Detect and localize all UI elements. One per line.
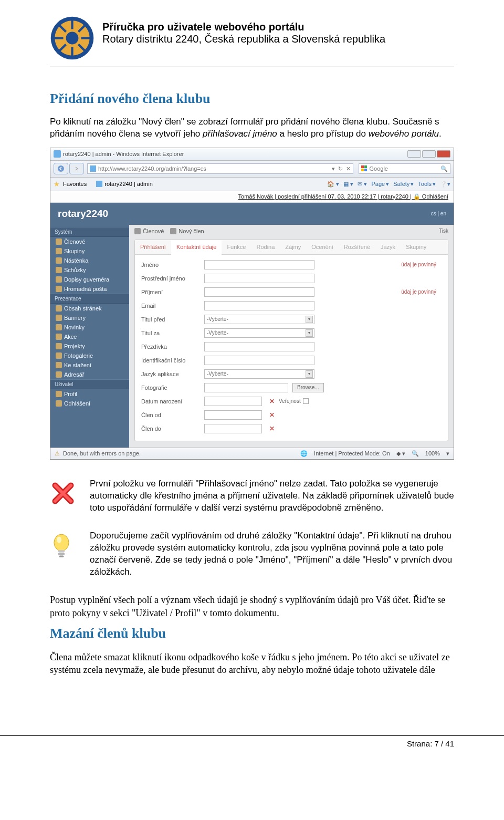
intro-paragraph: Po kliknutí na záložku "Nový člen" se zo… xyxy=(50,116,454,140)
feeds-icon[interactable]: ▦ ▾ xyxy=(343,181,353,188)
sidebar-item-posta[interactable]: Hromadná pošta xyxy=(50,284,129,294)
intro-text-b: přihlašovací jméno xyxy=(203,129,277,139)
clear-date-icon[interactable]: ✕ xyxy=(269,398,275,405)
svg-rect-14 xyxy=(364,165,367,168)
sidebar-item-obsah[interactable]: Obsah stránek xyxy=(50,304,129,313)
row-titul-za: Titul za-Vyberte-▾ xyxy=(135,326,448,340)
print-link[interactable]: Tisk xyxy=(439,228,448,234)
help-icon[interactable]: ❔▾ xyxy=(440,181,450,188)
forward-arrow-icon xyxy=(74,166,79,171)
back-button[interactable] xyxy=(54,163,68,174)
sidebar-item-dopisy[interactable]: Dopisy guvernéra xyxy=(50,275,129,284)
select-titul-pred[interactable]: -Vyberte-▾ xyxy=(204,315,314,324)
folder-icon xyxy=(56,238,62,245)
address-bar[interactable]: http://www.rotary2240.org/admin/?lang=cs… xyxy=(87,163,353,174)
url-text: http://www.rotary2240.org/admin/?lang=cs xyxy=(98,165,206,172)
input-clen-od[interactable] xyxy=(204,410,262,420)
tab-rodina[interactable]: Rodina xyxy=(251,240,280,254)
close-button[interactable] xyxy=(437,150,450,158)
input-ident[interactable] xyxy=(204,356,314,365)
section-heading-add-member: Přidání nového člena klubu xyxy=(50,91,454,107)
stop-icon[interactable]: ✕ xyxy=(346,165,351,172)
label-jmeno: Jméno xyxy=(141,262,204,268)
form-body: Jménoúdaj je povinný Prostřední jméno Př… xyxy=(135,255,448,441)
favorites-star-icon[interactable]: ★ xyxy=(54,180,60,188)
sidebar-item-odhlaseni[interactable]: Odhlášení xyxy=(50,399,129,408)
screenshot-container: rotary2240 | admin - Windows Internet Ex… xyxy=(50,148,454,460)
minimize-button[interactable] xyxy=(407,150,421,158)
chevron-down-icon: ▾ xyxy=(306,329,313,337)
browse-button[interactable]: Browse... xyxy=(292,383,324,392)
input-prijmeni[interactable] xyxy=(204,287,314,297)
input-datum[interactable] xyxy=(204,397,262,406)
clear-clen-do-icon[interactable]: ✕ xyxy=(269,425,275,432)
sidebar-item-bannery[interactable]: Bannery xyxy=(50,313,129,323)
input-fotografie[interactable] xyxy=(204,383,288,392)
tab-oceneni[interactable]: Ocenění xyxy=(306,240,339,254)
forward-button[interactable] xyxy=(69,163,84,174)
sidebar-item-schuzky[interactable]: Schůzky xyxy=(50,265,129,275)
sidebar-item-fotogalerie[interactable]: Fotogalerie xyxy=(50,351,129,360)
sidebar-item-nastenka[interactable]: Nástěnka xyxy=(50,256,129,265)
verejnost-checkbox[interactable] xyxy=(303,398,309,404)
tab-zajmy[interactable]: Zájmy xyxy=(280,240,306,254)
tools-menu[interactable]: Tools ▾ xyxy=(418,181,436,188)
folder-icon xyxy=(56,305,62,312)
tab-skupiny[interactable]: Skupiny xyxy=(401,240,432,254)
input-jmeno[interactable] xyxy=(204,260,314,269)
folder-icon xyxy=(56,343,62,349)
input-prezdivka[interactable] xyxy=(204,342,314,351)
user-status-text[interactable]: Tomáš Novák | poslední přihlášení 07. 03… xyxy=(238,193,448,200)
page-menu[interactable]: Page ▾ xyxy=(371,181,389,188)
sidebar-section-uzivatel: Uživatel xyxy=(50,379,129,389)
zoom-dropdown-icon[interactable]: ▾ xyxy=(446,450,449,457)
home-icon[interactable]: 🏠 ▾ xyxy=(327,181,339,188)
search-box[interactable]: Google 🔍 xyxy=(359,163,451,174)
select-titul-za[interactable]: -Vyberte-▾ xyxy=(204,328,314,338)
sidebar-item-projekty[interactable]: Projekty xyxy=(50,341,129,351)
sidebar-item-akce[interactable]: Akce xyxy=(50,332,129,341)
clear-clen-od-icon[interactable]: ✕ xyxy=(269,411,275,419)
chevron-down-icon: ▾ xyxy=(306,370,313,378)
note-tip: Doporučujeme začít vyplňováním od druhé … xyxy=(50,530,454,578)
row-jmeno: Jménoúdaj je povinný xyxy=(135,258,448,272)
refresh-icon[interactable]: ↻ xyxy=(338,165,343,172)
breadcrumb-novy-clen[interactable]: Nový člen xyxy=(170,228,204,234)
rotary-logo-icon xyxy=(50,16,94,60)
tab-funkce[interactable]: Funkce xyxy=(222,240,251,254)
maximize-button[interactable] xyxy=(422,150,436,158)
sidebar-item-profil[interactable]: Profil xyxy=(50,389,129,399)
tab-kontaktni-udaje[interactable]: Kontaktní údaje xyxy=(171,240,222,255)
select-jazyk[interactable]: -Vyberte-▾ xyxy=(204,369,314,379)
input-email[interactable] xyxy=(204,301,314,310)
mail-icon[interactable]: ✉ ▾ xyxy=(358,181,367,188)
sidebar-item-skupiny[interactable]: Skupiny xyxy=(50,246,129,256)
chevron-down-icon: ▾ xyxy=(306,316,313,323)
label-clen-od: Člen od xyxy=(141,412,204,418)
required-prijmeni: údaj je povinný xyxy=(401,289,436,295)
folder-icon xyxy=(56,324,62,330)
language-switch[interactable]: cs | en xyxy=(431,211,446,216)
zoom-icon[interactable]: 🔍 xyxy=(412,450,419,457)
sidebar-item-kestazeni[interactable]: Ke stažení xyxy=(50,360,129,370)
tab-jazyk[interactable]: Jazyk xyxy=(375,240,401,254)
search-placeholder: Google xyxy=(370,165,388,172)
sidebar-item-novinky[interactable]: Novinky xyxy=(50,323,129,332)
user-status-bar: Tomáš Novák | poslední přihlášení 07. 03… xyxy=(50,191,454,203)
dropdown-icon[interactable]: ▾ xyxy=(332,165,335,172)
header-subtitle: Rotary distriktu 2240, Česká republika a… xyxy=(102,33,385,45)
search-icon[interactable]: 🔍 xyxy=(440,165,448,172)
label-email: Email xyxy=(141,303,204,309)
intro-text-c: a heslo pro přístup do xyxy=(277,129,369,139)
tab-prihlaseni[interactable]: Přihlášení xyxy=(135,240,171,254)
safety-menu[interactable]: Safety ▾ xyxy=(393,181,414,188)
sidebar-section-prezentace: Prezentace xyxy=(50,294,129,304)
sidebar-item-clenove[interactable]: Členové xyxy=(50,237,129,246)
tab-rozsirene[interactable]: Rozšířené xyxy=(339,240,375,254)
input-prostredni[interactable] xyxy=(204,274,314,283)
input-clen-do[interactable] xyxy=(204,424,262,433)
sidebar-item-adresar[interactable]: Adresář xyxy=(50,370,129,379)
row-fotografie: FotografieBrowse... xyxy=(135,381,448,395)
breadcrumb-clenove[interactable]: Členové xyxy=(134,228,164,234)
zone-dropdown-icon[interactable]: ◆ ▾ xyxy=(396,450,405,457)
